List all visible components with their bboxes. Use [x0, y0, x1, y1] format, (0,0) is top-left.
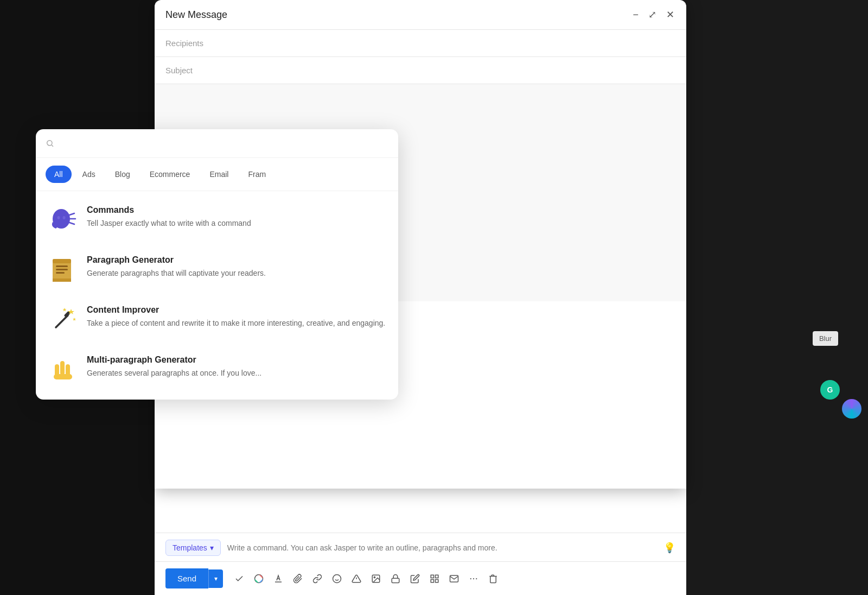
- svg-point-1: [333, 574, 341, 583]
- recipients-field[interactable]: Recipients: [155, 30, 686, 57]
- svg-rect-26: [53, 259, 71, 263]
- svg-rect-35: [60, 361, 65, 375]
- templates-bar: Templates ▾ 💡: [155, 533, 686, 562]
- svg-line-17: [52, 145, 53, 147]
- svg-marker-33: [63, 308, 67, 312]
- svg-rect-27: [56, 265, 68, 267]
- color-wheel-button[interactable]: [251, 572, 266, 586]
- commands-desc: Tell Jasper exactly what to write with a…: [87, 218, 386, 229]
- multi-paragraph-icon: [48, 355, 78, 385]
- svg-marker-34: [73, 318, 76, 321]
- template-item-paragraph[interactable]: Paragraph Generator Generate paragraphs …: [36, 245, 398, 295]
- template-item-commands[interactable]: Commands Tell Jasper exactly what to wri…: [36, 195, 398, 245]
- template-list: Commands Tell Jasper exactly what to wri…: [36, 191, 398, 400]
- svg-point-16: [47, 141, 52, 145]
- category-tab-blog[interactable]: Blog: [106, 166, 139, 183]
- category-tab-email[interactable]: Email: [201, 166, 237, 183]
- blur-button[interactable]: Blur: [813, 331, 838, 346]
- image-button[interactable]: [368, 572, 384, 586]
- compose-title: New Message: [165, 9, 227, 21]
- svg-point-13: [470, 578, 471, 579]
- attachment-button[interactable]: [290, 572, 305, 586]
- compose-controls: − ⤢ ✕: [631, 9, 675, 21]
- emoji-button[interactable]: [329, 572, 344, 586]
- svg-rect-12: [431, 579, 433, 582]
- command-input[interactable]: [227, 543, 657, 552]
- grammarly-icon[interactable]: G: [820, 380, 840, 400]
- format-checkmark-button[interactable]: [232, 572, 247, 586]
- compose-header: New Message − ⤢ ✕: [155, 0, 686, 30]
- svg-point-14: [473, 578, 474, 579]
- template-item-content-improver[interactable]: Content Improver Take a piece of content…: [36, 295, 398, 345]
- category-tab-ecommerce[interactable]: Ecommerce: [141, 166, 199, 183]
- multi-paragraph-info: Multi-paragraph Generator Generates seve…: [87, 355, 386, 379]
- template-item-multi-paragraph[interactable]: Multi-paragraph Generator Generates seve…: [36, 345, 398, 395]
- lock-button[interactable]: [388, 572, 403, 586]
- svg-rect-28: [56, 269, 68, 270]
- svg-point-20: [63, 216, 66, 219]
- commands-info: Commands Tell Jasper exactly what to wri…: [87, 205, 386, 229]
- maximize-button[interactable]: ⤢: [647, 9, 658, 21]
- chevron-down-icon: ▾: [210, 543, 214, 552]
- paragraph-icon: [48, 255, 78, 286]
- svg-point-7: [374, 577, 375, 578]
- category-tab-ads[interactable]: Ads: [74, 166, 104, 183]
- content-improver-name: Content Improver: [87, 305, 386, 315]
- category-tab-fram[interactable]: Fram: [239, 166, 275, 183]
- svg-rect-38: [54, 374, 72, 379]
- compose-toolbar: Send ▾: [155, 561, 686, 595]
- warning-button[interactable]: [349, 572, 364, 586]
- paragraph-desc: Generate paragraphs that will captivate …: [87, 268, 386, 279]
- minimize-button[interactable]: −: [631, 9, 640, 21]
- template-picker: All Ads Blog Ecommerce Email Fram: [36, 129, 398, 400]
- link-button[interactable]: [310, 572, 325, 586]
- paragraph-info: Paragraph Generator Generate paragraphs …: [87, 255, 386, 279]
- edit-button[interactable]: [407, 572, 423, 586]
- svg-point-19: [58, 216, 60, 219]
- delete-button[interactable]: [486, 572, 501, 586]
- content-improver-desc: Take a piece of content and rewrite it t…: [87, 318, 386, 329]
- svg-rect-11: [436, 579, 438, 582]
- svg-rect-29: [56, 272, 65, 274]
- circle-extension-icon[interactable]: [842, 399, 861, 419]
- templates-button[interactable]: Templates ▾: [165, 540, 221, 556]
- paragraph-name: Paragraph Generator: [87, 255, 386, 265]
- close-button[interactable]: ✕: [665, 9, 675, 21]
- lightbulb-icon: 💡: [663, 542, 675, 554]
- text-color-button[interactable]: [271, 572, 286, 586]
- svg-rect-10: [436, 575, 438, 578]
- svg-rect-25: [53, 278, 71, 282]
- multi-paragraph-name: Multi-paragraph Generator: [87, 355, 386, 365]
- svg-rect-9: [431, 575, 433, 578]
- subject-field[interactable]: Subject: [155, 57, 686, 84]
- picker-search-input[interactable]: [59, 140, 388, 149]
- search-icon: [46, 139, 54, 150]
- send-button-group: Send ▾: [165, 568, 223, 588]
- templates-label: Templates: [173, 543, 207, 552]
- picker-search-bar: [36, 139, 398, 158]
- content-improver-icon: [48, 305, 78, 336]
- send-dropdown-button[interactable]: ▾: [208, 569, 223, 588]
- category-tabs: All Ads Blog Ecommerce Email Fram: [36, 158, 398, 191]
- mail-button[interactable]: [446, 572, 462, 586]
- layout-button[interactable]: [427, 572, 442, 586]
- commands-name: Commands: [87, 205, 386, 215]
- multi-paragraph-desc: Generates several paragraphs at once. If…: [87, 368, 386, 379]
- more-options-button[interactable]: [466, 572, 481, 586]
- send-button[interactable]: Send: [165, 568, 208, 588]
- category-tab-all[interactable]: All: [46, 166, 72, 183]
- svg-point-15: [476, 578, 477, 579]
- commands-icon: [48, 205, 78, 236]
- svg-rect-8: [392, 578, 399, 583]
- content-improver-info: Content Improver Take a piece of content…: [87, 305, 386, 329]
